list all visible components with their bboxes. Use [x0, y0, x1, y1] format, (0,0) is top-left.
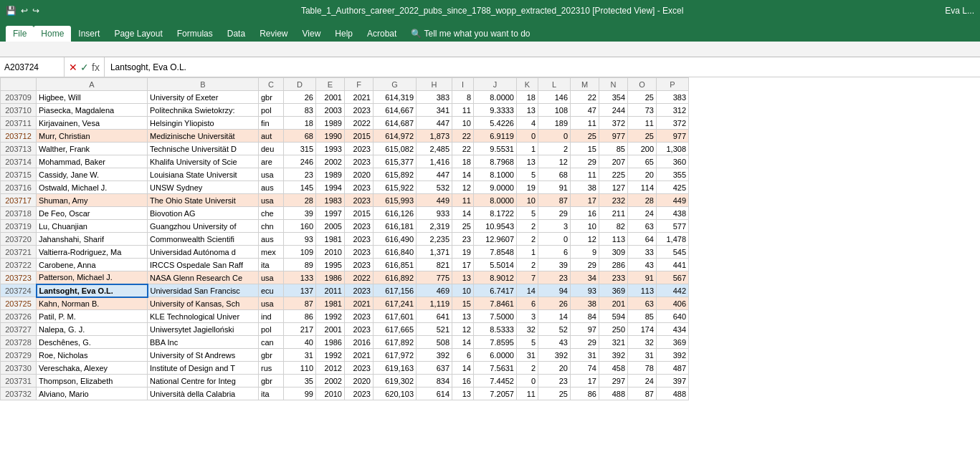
cell-j[interactable]: 7.8461: [474, 297, 517, 310]
cell-j[interactable]: 8.1722: [474, 207, 517, 220]
cell-o[interactable]: 24: [628, 207, 657, 220]
col-header-i[interactable]: I: [452, 78, 474, 91]
cell-e[interactable]: 1989: [316, 117, 345, 130]
cell-n[interactable]: 354: [599, 91, 628, 104]
cell-g[interactable]: 616,840: [374, 246, 417, 259]
col-header-g[interactable]: G: [374, 78, 417, 91]
cell-reference[interactable]: A203724: [0, 57, 65, 77]
cell-a[interactable]: Carobene, Anna: [37, 259, 148, 271]
tab-review[interactable]: Review: [252, 26, 295, 42]
col-header-b[interactable]: B: [148, 78, 259, 91]
cell-a[interactable]: Vereschaka, Alexey: [37, 362, 148, 375]
cell-a[interactable]: Cassidy, Jane W.: [37, 168, 148, 181]
save-icon[interactable]: 💾: [6, 6, 16, 16]
col-header-k[interactable]: K: [517, 78, 538, 91]
cell-c[interactable]: deu: [259, 143, 284, 155]
cell-a[interactable]: Alviano, Mario: [37, 387, 148, 400]
cell-g[interactable]: 617,972: [374, 349, 417, 362]
cell-h[interactable]: 383: [417, 91, 452, 104]
cell-j[interactable]: 7.5000: [474, 310, 517, 323]
cell-m[interactable]: 86: [571, 387, 599, 400]
cell-g[interactable]: 615,082: [374, 143, 417, 155]
cell-h[interactable]: 449: [417, 194, 452, 207]
cell-l[interactable]: 392: [538, 349, 571, 362]
col-header-j[interactable]: J: [474, 78, 517, 91]
cancel-formula-icon[interactable]: ✕: [69, 62, 77, 73]
cell-e[interactable]: 1997: [316, 207, 345, 220]
cell-h[interactable]: 821: [417, 259, 452, 271]
cell-g[interactable]: 616,892: [374, 271, 417, 284]
cell-n[interactable]: 233: [599, 271, 628, 284]
cell-m[interactable]: 29: [571, 155, 599, 168]
row-number[interactable]: 203719: [1, 220, 37, 233]
cell-e[interactable]: 1986: [316, 336, 345, 349]
cell-c[interactable]: usa: [259, 271, 284, 284]
cell-e[interactable]: 1992: [316, 349, 345, 362]
cell-d[interactable]: 110: [284, 362, 316, 375]
cell-f[interactable]: 2016: [345, 336, 374, 349]
cell-n[interactable]: 488: [599, 387, 628, 400]
cell-l[interactable]: 108: [538, 104, 571, 117]
cell-n[interactable]: 85: [599, 143, 628, 155]
cell-j[interactable]: 8.9012: [474, 271, 517, 284]
cell-f[interactable]: 2023: [345, 310, 374, 323]
cell-j[interactable]: 7.8595: [474, 336, 517, 349]
row-number[interactable]: 203723: [1, 271, 37, 284]
cell-o[interactable]: 11: [628, 117, 657, 130]
cell-a[interactable]: Thompson, Elizabeth: [37, 375, 148, 387]
cell-d[interactable]: 145: [284, 181, 316, 194]
cell-d[interactable]: 89: [284, 259, 316, 271]
cell-b[interactable]: Helsingin Yliopisto: [148, 117, 259, 130]
cell-e[interactable]: 1981: [316, 297, 345, 310]
cell-h[interactable]: 2,235: [417, 233, 452, 246]
cell-m[interactable]: 17: [571, 375, 599, 387]
cell-p[interactable]: 1,308: [657, 143, 689, 155]
cell-b[interactable]: Commonwealth Scientifi: [148, 233, 259, 246]
cell-n[interactable]: 321: [599, 336, 628, 349]
cell-h[interactable]: 614: [417, 387, 452, 400]
cell-o[interactable]: 25: [628, 91, 657, 104]
cell-g[interactable]: 616,181: [374, 220, 417, 233]
cell-f[interactable]: 2023: [345, 387, 374, 400]
cell-m[interactable]: 29: [571, 336, 599, 349]
col-header-m[interactable]: M: [571, 78, 599, 91]
cell-k[interactable]: 6: [517, 297, 538, 310]
cell-b[interactable]: Uniwersytet Jagielloński: [148, 323, 259, 336]
row-number[interactable]: 203732: [1, 387, 37, 400]
cell-j[interactable]: 7.8548: [474, 246, 517, 259]
cell-b[interactable]: Università della Calabria: [148, 387, 259, 400]
cell-h[interactable]: 392: [417, 349, 452, 362]
cell-g[interactable]: 615,892: [374, 168, 417, 181]
cell-i[interactable]: 13: [452, 271, 474, 284]
cell-e[interactable]: 1981: [316, 233, 345, 246]
cell-o[interactable]: 174: [628, 323, 657, 336]
cell-p[interactable]: 488: [657, 387, 689, 400]
cell-d[interactable]: 86: [284, 310, 316, 323]
cell-d[interactable]: 40: [284, 336, 316, 349]
cell-g[interactable]: 617,892: [374, 336, 417, 349]
cell-c[interactable]: are: [259, 155, 284, 168]
cell-m[interactable]: 31: [571, 349, 599, 362]
cell-p[interactable]: 640: [657, 310, 689, 323]
cell-d[interactable]: 87: [284, 297, 316, 310]
cell-h[interactable]: 2,319: [417, 220, 452, 233]
cell-e[interactable]: 2003: [316, 104, 345, 117]
cell-k[interactable]: 31: [517, 349, 538, 362]
row-number[interactable]: 203725: [1, 297, 37, 310]
cell-m[interactable]: 15: [571, 143, 599, 155]
cell-k[interactable]: 5: [517, 336, 538, 349]
cell-n[interactable]: 392: [599, 349, 628, 362]
cell-j[interactable]: 9.0000: [474, 181, 517, 194]
tab-formulas[interactable]: Formulas: [170, 26, 220, 42]
cell-j[interactable]: 12.9607: [474, 233, 517, 246]
cell-n[interactable]: 286: [599, 259, 628, 271]
cell-h[interactable]: 341: [417, 104, 452, 117]
cell-a[interactable]: Piasecka, Magdalena: [37, 104, 148, 117]
cell-n[interactable]: 113: [599, 233, 628, 246]
cell-j[interactable]: 10.9543: [474, 220, 517, 233]
cell-i[interactable]: 19: [452, 246, 474, 259]
cell-i[interactable]: 6: [452, 349, 474, 362]
cell-l[interactable]: 6: [538, 246, 571, 259]
row-number[interactable]: 203721: [1, 246, 37, 259]
cell-o[interactable]: 87: [628, 387, 657, 400]
